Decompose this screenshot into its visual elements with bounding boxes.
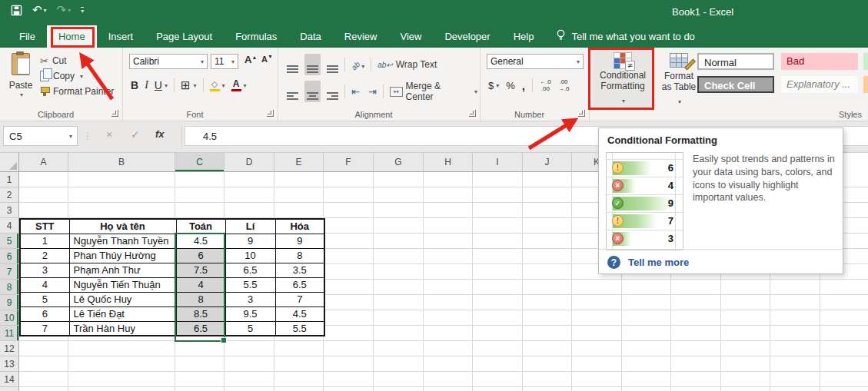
decrease-indent-icon[interactable]: ⇤: [349, 84, 362, 100]
row-header-8[interactable]: 8: [0, 280, 19, 295]
row-header-13[interactable]: 13: [0, 356, 19, 372]
format-painter-button[interactable]: Format Painter: [40, 84, 114, 99]
cell[interactable]: 5: [225, 321, 275, 336]
italic-button[interactable]: I: [145, 79, 148, 91]
cell[interactable]: 10: [225, 248, 275, 263]
column-header-B[interactable]: B: [68, 153, 175, 172]
cell[interactable]: 6.5: [275, 277, 324, 292]
cell[interactable]: 9: [275, 234, 324, 248]
selection-outline[interactable]: [175, 233, 225, 342]
number-dialog-launcher[interactable]: [578, 110, 585, 117]
align-left-icon[interactable]: [284, 81, 301, 102]
cell[interactable]: 3: [225, 292, 275, 307]
table-header-cell[interactable]: Toán: [176, 219, 225, 234]
column-header-J[interactable]: J: [523, 153, 572, 172]
row-header-4[interactable]: 4: [0, 218, 19, 234]
column-header-A[interactable]: A: [19, 153, 68, 172]
cell-style-input[interactable]: Input: [863, 76, 868, 93]
fill-color-caret-icon[interactable]: ▾: [222, 82, 225, 89]
fill-color-icon[interactable]: ◇: [210, 80, 220, 91]
cell[interactable]: Nguyễn Tiến Thuận: [69, 277, 176, 292]
row-header-14[interactable]: 14: [0, 372, 19, 387]
underline-caret-icon[interactable]: ▾: [165, 82, 168, 89]
row-header-10[interactable]: 10: [0, 310, 19, 326]
cell[interactable]: 4: [20, 277, 69, 292]
cell[interactable]: Phan Thúy Hường: [69, 248, 176, 263]
cell[interactable]: 5.5: [225, 277, 275, 292]
insert-function-icon[interactable]: fx: [155, 128, 165, 140]
font-dialog-launcher[interactable]: [267, 110, 274, 117]
tab-file[interactable]: File: [8, 25, 47, 48]
format-as-table-button[interactable]: Format as Table ▾: [657, 49, 700, 109]
paste-button[interactable]: Paste ▾: [5, 52, 37, 109]
enter-icon[interactable]: ✓: [131, 128, 140, 141]
tab-help[interactable]: Help: [502, 25, 546, 48]
table-header-cell[interactable]: STT: [20, 219, 69, 234]
customize-toolbar-icon[interactable]: ▾: [81, 7, 84, 15]
wrap-text-button[interactable]: ab↩Wrap Text: [375, 57, 439, 72]
bottom-align-icon[interactable]: [324, 54, 341, 75]
copy-button[interactable]: Copy▾: [40, 68, 114, 84]
cell[interactable]: 5: [20, 292, 69, 307]
cell[interactable]: Trần Hàn Huy: [69, 321, 176, 336]
name-box[interactable]: C5 ▾: [3, 126, 78, 146]
currency-caret-icon[interactable]: ▾: [496, 82, 499, 89]
cell-style-check-cell[interactable]: Check Cell: [697, 76, 774, 93]
align-right-icon[interactable]: [324, 81, 341, 102]
clipboard-dialog-launcher[interactable]: [111, 110, 118, 117]
number-format-combobox[interactable]: General▾: [487, 54, 584, 69]
cell[interactable]: 3: [20, 263, 69, 277]
cell-style-bad[interactable]: Bad: [781, 53, 858, 70]
column-header-D[interactable]: D: [224, 153, 274, 172]
cell-style-good[interactable]: Good: [863, 53, 868, 70]
table-header-cell[interactable]: Hóa: [275, 219, 324, 234]
cell[interactable]: 6: [20, 307, 69, 321]
tab-page-layout[interactable]: Page Layout: [145, 25, 224, 48]
font-name-combobox[interactable]: Calibri▾: [129, 54, 208, 69]
orientation-icon[interactable]: ab▾: [349, 55, 367, 74]
tab-view[interactable]: View: [388, 25, 433, 48]
cell[interactable]: 7: [20, 321, 69, 336]
cell[interactable]: 4.5: [275, 307, 324, 321]
borders-icon[interactable]: ⊞: [181, 78, 191, 92]
row-header-12[interactable]: 12: [0, 341, 19, 356]
align-center-icon[interactable]: [304, 81, 321, 102]
increase-indent-icon[interactable]: ⇥: [366, 84, 379, 100]
top-align-icon[interactable]: [284, 54, 301, 75]
decrease-font-size-icon[interactable]: A▼: [261, 54, 273, 64]
alignment-dialog-launcher[interactable]: [469, 110, 476, 117]
cell[interactable]: 5.5: [275, 321, 324, 336]
tell-me-box[interactable]: Tell me what you want to do: [556, 25, 694, 48]
cell[interactable]: 9.5: [225, 307, 275, 321]
cell-style-normal[interactable]: Normal: [697, 53, 774, 70]
tab-review[interactable]: Review: [333, 25, 389, 48]
row-header-2[interactable]: 2: [0, 187, 19, 203]
table-header-cell[interactable]: Lí: [225, 219, 275, 234]
row-header-9[interactable]: 9: [0, 295, 19, 310]
conditional-formatting-button[interactable]: ≠ Conditional Formatting ▾: [592, 49, 653, 109]
cell[interactable]: Nguyễn Thanh Tuyền: [69, 234, 176, 248]
row-header-15[interactable]: 15: [0, 387, 19, 391]
currency-format-icon[interactable]: $: [488, 80, 494, 91]
column-header-H[interactable]: H: [424, 153, 473, 172]
cell[interactable]: 3.5: [275, 263, 324, 277]
increase-font-size-icon[interactable]: A▲: [244, 54, 257, 65]
tab-formulas[interactable]: Formulas: [224, 25, 288, 48]
row-header-11[interactable]: 11: [0, 326, 19, 341]
data-table[interactable]: STTHọ và tênToánLíHóa1Nguyễn Thanh Tuyền…: [19, 218, 325, 336]
cell[interactable]: 2: [20, 248, 69, 263]
table-header-cell[interactable]: Họ và tên: [69, 219, 176, 234]
comma-format-icon[interactable]: ,: [522, 79, 525, 92]
column-header-I[interactable]: I: [473, 153, 523, 172]
row-header-6[interactable]: 6: [0, 249, 19, 264]
save-icon[interactable]: [11, 5, 22, 16]
select-all-corner[interactable]: [0, 153, 19, 172]
row-header-1[interactable]: 1: [0, 172, 19, 187]
column-header-F[interactable]: F: [324, 153, 374, 172]
decrease-decimal-icon[interactable]: .00→.0: [558, 78, 570, 92]
underline-button[interactable]: U: [155, 79, 162, 91]
font-color-caret-icon[interactable]: ▾: [244, 82, 247, 89]
bold-button[interactable]: B: [131, 79, 138, 91]
font-size-combobox[interactable]: 11▾: [211, 54, 238, 69]
cell[interactable]: 9: [225, 234, 275, 248]
